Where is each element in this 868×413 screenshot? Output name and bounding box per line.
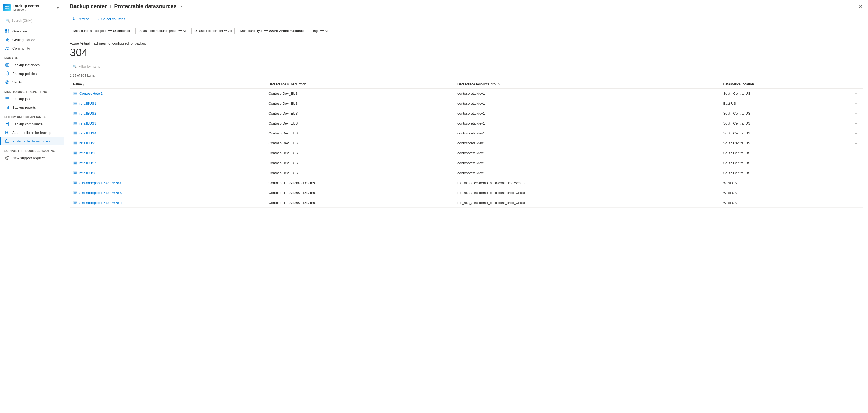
row-menu-button[interactable]: ···	[854, 150, 860, 156]
filter-subscription-label: Datasource subscription ==	[73, 29, 113, 33]
sidebar-item-backup-policies[interactable]: Backup policies	[0, 69, 64, 78]
filter-tags[interactable]: Tags == All	[310, 28, 331, 34]
sidebar-item-backup-compliance[interactable]: Backup compliance	[0, 120, 64, 128]
row-menu-button[interactable]: ···	[854, 110, 860, 116]
row-name[interactable]: retailEUS3	[80, 121, 96, 125]
sidebar-item-overview[interactable]: Overview	[0, 27, 64, 35]
cell-name: aks-nodepool1-67327678-0	[70, 188, 265, 198]
filter-resource-group[interactable]: Datasource resource group == All	[135, 28, 189, 34]
cell-name: retailEUS6	[70, 148, 265, 158]
sidebar-item-new-support-request[interactable]: New support request	[0, 154, 64, 162]
row-name[interactable]: retailEUS8	[80, 171, 96, 175]
close-button[interactable]: ✕	[859, 3, 863, 9]
filter-type-value: Azure Virtual machines	[269, 29, 305, 33]
row-name[interactable]: retailEUS6	[80, 151, 96, 155]
name-sort-button[interactable]: Name ↕	[73, 83, 262, 86]
vm-icon	[73, 131, 77, 135]
row-name[interactable]: retailEUS7	[80, 161, 96, 165]
sidebar-item-backup-jobs[interactable]: Backup jobs	[0, 94, 64, 103]
row-menu-button[interactable]: ···	[854, 130, 860, 136]
svg-rect-29	[74, 132, 76, 134]
filter-location-value: All	[228, 29, 232, 33]
cell-actions: ···	[851, 89, 863, 98]
svg-rect-15	[8, 106, 9, 109]
cell-subscription: Contoso IT – SH360 - DevTest	[265, 178, 454, 188]
filter-type-label: Datasource type ==	[240, 29, 269, 33]
vm-icon	[73, 161, 77, 165]
cell-actions: ···	[851, 138, 863, 148]
app-logo	[3, 4, 11, 11]
svg-rect-4	[5, 29, 7, 31]
sidebar-collapse-button[interactable]: «	[55, 5, 61, 10]
row-name[interactable]: aks-nodepool1-67327678-0	[80, 181, 122, 185]
sidebar-item-protectable-datasources[interactable]: Protectable datasources	[0, 137, 64, 146]
row-menu-button[interactable]: ···	[854, 121, 860, 126]
cell-location: South Central US	[720, 138, 851, 148]
row-name[interactable]: retailEUS4	[80, 131, 96, 135]
filter-location[interactable]: Datasource location == All	[191, 28, 235, 34]
sidebar-nav: Overview Getting started Community Manag…	[0, 27, 64, 413]
name-filter-input[interactable]	[79, 64, 142, 68]
row-menu-button[interactable]: ···	[854, 180, 860, 185]
cell-name: retailEUS5	[70, 138, 265, 148]
row-name[interactable]: retailEUS5	[80, 141, 96, 145]
row-menu-button[interactable]: ···	[854, 200, 860, 205]
cell-actions: ···	[851, 168, 863, 178]
row-name[interactable]: retailEUS2	[80, 112, 96, 116]
sidebar-item-getting-started[interactable]: Getting started	[0, 35, 64, 44]
row-name[interactable]: ContosoHotel2	[80, 92, 102, 96]
filter-type[interactable]: Datasource type == Azure Virtual machine…	[237, 28, 307, 34]
row-menu-button[interactable]: ···	[854, 160, 860, 166]
cell-resource-group: mc_aks_alex-demo_build-conf_prod_westus	[454, 188, 720, 198]
row-menu-button[interactable]: ···	[854, 170, 860, 176]
sidebar-item-azure-policies[interactable]: Azure policies for backup	[0, 128, 64, 137]
row-name[interactable]: aks-nodepool1-67327678-0	[80, 191, 122, 195]
app-provider: Microsoft	[13, 8, 39, 11]
vm-icon	[73, 181, 77, 185]
cell-subscription: Contoso Dev_EUS	[265, 138, 454, 148]
cell-actions: ···	[851, 188, 863, 198]
azure-policies-icon	[5, 130, 10, 135]
cell-location: South Central US	[720, 158, 851, 168]
cell-resource-group: contosoretaildev1	[454, 98, 720, 108]
cell-subscription: Contoso IT – SH360 - DevTest	[265, 198, 454, 208]
sidebar-item-community[interactable]: Community	[0, 44, 64, 53]
row-menu-button[interactable]: ···	[854, 140, 860, 146]
vm-icon	[73, 191, 77, 195]
protectable-datasources-icon	[5, 139, 10, 144]
table-row: retailEUS1 Contoso Dev_EUS contosoretail…	[70, 98, 863, 108]
table-row: retailEUS3 Contoso Dev_EUS contosoretail…	[70, 118, 863, 128]
backup-jobs-icon	[5, 96, 10, 101]
svg-rect-1	[7, 6, 9, 7]
filters-bar: Datasource subscription == 66 selected D…	[64, 25, 868, 37]
cell-resource-group: contosoretaildev1	[454, 89, 720, 98]
select-columns-button[interactable]: → Select columns	[93, 15, 128, 23]
row-menu-button[interactable]: ···	[854, 101, 860, 106]
refresh-icon: ↻	[72, 17, 76, 21]
more-options-button[interactable]: ···	[181, 3, 185, 9]
filter-subscription[interactable]: Datasource subscription == 66 selected	[70, 28, 133, 34]
cell-name: aks-nodepool1-67327678-0	[70, 178, 265, 188]
row-menu-button[interactable]: ···	[854, 91, 860, 96]
filter-tags-label: Tags ==	[312, 29, 324, 33]
vm-icon	[73, 151, 77, 155]
col-header-name: Name ↕	[70, 80, 265, 89]
svg-rect-41	[74, 192, 76, 193]
row-name[interactable]: aks-nodepool1-67327678-1	[80, 201, 122, 205]
cell-resource-group: mc_aks_alex-demo_build-conf_prod_westus	[454, 198, 720, 208]
sidebar-item-backup-instances[interactable]: Backup instances	[0, 61, 64, 69]
row-name[interactable]: retailEUS1	[80, 101, 96, 105]
svg-rect-37	[74, 172, 76, 173]
svg-rect-23	[74, 102, 76, 104]
refresh-button[interactable]: ↻ Refresh	[70, 15, 92, 23]
svg-rect-25	[74, 113, 76, 114]
sidebar-item-backup-reports[interactable]: Backup reports	[0, 103, 64, 112]
filter-tags-value: All	[324, 29, 328, 33]
vm-icon	[73, 101, 77, 105]
sidebar-item-vaults[interactable]: Vaults	[0, 78, 64, 87]
svg-rect-10	[6, 64, 9, 66]
search-input[interactable]	[11, 19, 59, 23]
title-separator: |	[110, 4, 111, 8]
row-menu-button[interactable]: ···	[854, 190, 860, 195]
summary-title: Azure Virtual machines not configured fo…	[70, 41, 863, 45]
